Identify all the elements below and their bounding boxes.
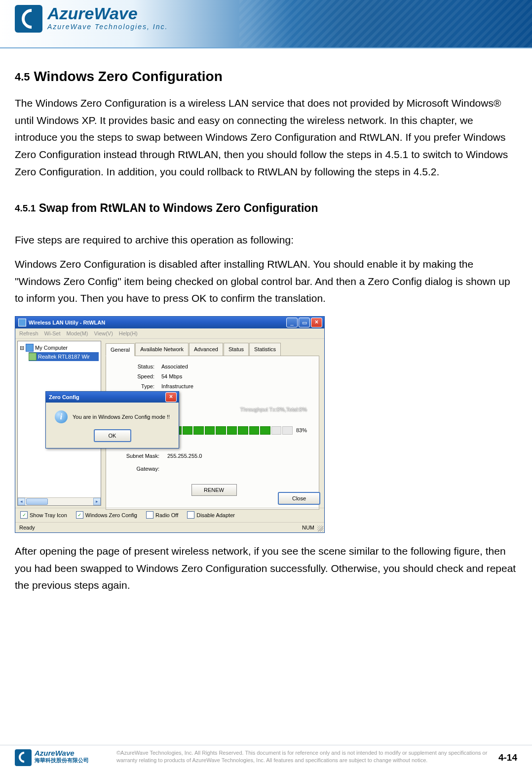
page-number: 4-14 (489, 752, 517, 763)
type-value: Infrastructure (161, 382, 193, 391)
window-title: Wireless LAN Uitily - RtWLAN (29, 318, 285, 327)
scroll-track[interactable] (25, 498, 93, 505)
speed-label: Speed: (115, 372, 154, 381)
checkbox-icon: ✓ (76, 511, 83, 519)
menu-help[interactable]: Help(H) (119, 329, 138, 338)
checkbox-icon (187, 511, 194, 519)
status-bar: Ready NUM (15, 522, 324, 532)
app-icon (18, 319, 26, 326)
close-button[interactable]: Close (278, 492, 320, 505)
zero-config-dialog: Zero Config × i You are in Windows Zero … (45, 391, 179, 448)
status-num: NUM (302, 523, 314, 532)
tree-scrollbar[interactable]: ◂ ▸ (18, 497, 101, 505)
tab-strip: General Available Network Advanced Statu… (106, 343, 319, 356)
subnet-value: 255.255.255.0 (167, 451, 202, 460)
tree-root-label: My Computer (35, 343, 68, 352)
global-control-bar: ✓Show Tray Icon ✓Windows Zero Config Rad… (15, 508, 324, 522)
speed-value: 54 Mbps (161, 372, 182, 381)
computer-icon (26, 344, 34, 352)
subsection-title-text: Swap from RtWLAN to Windows Zero Configu… (39, 202, 318, 214)
status-value: Associated (161, 362, 188, 371)
section-heading: 4.5 Windows Zero Configuration (15, 65, 517, 88)
status-label: Status: (115, 362, 154, 371)
scroll-thumb[interactable] (26, 498, 48, 505)
subsection-p3: After opening the page of present wirele… (15, 543, 517, 594)
ok-button[interactable]: OK (94, 429, 131, 442)
tab-statistics[interactable]: Statistics (249, 343, 281, 356)
tab-advanced[interactable]: Advanced (189, 343, 223, 356)
link-quality-value: 83% (296, 426, 307, 435)
tab-available[interactable]: Available Network (135, 343, 189, 356)
header-logo: AzureWave AzureWave Technologies, Inc. (15, 5, 168, 33)
zero-config-label: Windows Zero Config (85, 511, 137, 520)
type-label: Type: (115, 382, 154, 391)
menubar: Refresh Wi-Set Mode(M) View(V) Help(H) (15, 328, 324, 339)
tree-item-row[interactable]: Realtek RTL8187 Wir (29, 352, 99, 361)
link-quality-bar (160, 426, 293, 434)
logo-icon (15, 5, 42, 33)
menu-refresh[interactable]: Refresh (19, 329, 38, 338)
checkbox-icon: ✓ (20, 511, 28, 519)
radio-off-checkbox[interactable]: Radio Off (146, 511, 178, 520)
tree-item-label: Realtek RTL8187 Wir (38, 352, 90, 361)
subsection-number: 4.5.1 (15, 203, 36, 213)
minimize-button[interactable]: _ (286, 318, 298, 327)
status-ready: Ready (19, 523, 35, 532)
subsection-heading: 4.5.1 Swap from RtWLAN to Windows Zero C… (15, 199, 517, 218)
scroll-left-button[interactable]: ◂ (18, 498, 25, 505)
page-footer: AzureWave 海華科技股份有限公司 ©AzureWave Technolo… (0, 745, 532, 766)
footer-logo-icon (15, 749, 32, 766)
adapter-icon (29, 353, 37, 361)
dialog-close-button[interactable]: × (165, 392, 177, 402)
footer-logo: AzureWave 海華科技股份有限公司 (15, 749, 114, 766)
section-intro: The Windows Zero Configuration is a wire… (15, 95, 517, 180)
footer-logo-main: AzureWave (35, 749, 89, 757)
dialog-message: You are in Windows Zero Config mode !! (73, 412, 170, 421)
titlebar[interactable]: Wireless LAN Uitily - RtWLAN _ ▭ × (15, 317, 324, 328)
disable-adapter-label: Disable Adapter (196, 511, 235, 520)
subsection-p2: Windows Zero Configuration is disabled a… (15, 256, 517, 307)
checkbox-icon (146, 511, 153, 519)
menu-view[interactable]: View(V) (94, 329, 113, 338)
show-tray-label: Show Tray Icon (30, 511, 67, 520)
header-decor (239, 0, 532, 47)
renew-button[interactable]: RENEW (191, 484, 237, 496)
info-icon: i (55, 410, 68, 423)
logo-sub-text: AzureWave Technologies, Inc. (47, 23, 168, 31)
zero-config-checkbox[interactable]: ✓Windows Zero Config (76, 511, 137, 520)
menu-mode[interactable]: Mode(M) (67, 329, 88, 338)
disable-adapter-checkbox[interactable]: Disable Adapter (187, 511, 235, 520)
logo-main-text: AzureWave (47, 5, 168, 22)
show-tray-checkbox[interactable]: ✓Show Tray Icon (20, 511, 67, 520)
maximize-button[interactable]: ▭ (299, 318, 310, 327)
header-banner: AzureWave AzureWave Technologies, Inc. (0, 0, 532, 48)
tab-status[interactable]: Status (224, 343, 249, 356)
dialog-title: Zero Config (49, 393, 164, 402)
radio-off-label: Radio Off (155, 511, 178, 520)
dialog-titlebar[interactable]: Zero Config × (46, 392, 179, 403)
section-number: 4.5 (15, 71, 30, 83)
close-window-button[interactable]: × (311, 318, 322, 327)
tree-root-row[interactable]: ⊟ My Computer (20, 343, 99, 352)
subnet-label: Subnet Mask: (115, 451, 159, 460)
tab-general[interactable]: General (106, 343, 135, 356)
rtwlan-window: Wireless LAN Uitily - RtWLAN _ ▭ × Refre… (15, 316, 325, 533)
footer-copyright: ©AzureWave Technologies, Inc. All Rights… (114, 749, 489, 764)
section-title-text: Windows Zero Configuration (34, 69, 222, 84)
menu-wiset[interactable]: Wi-Set (44, 329, 61, 338)
scroll-right-button[interactable]: ▸ (93, 498, 101, 505)
footer-logo-sub: 海華科技股份有限公司 (35, 757, 89, 764)
subsection-p1: Five steps are required to archive this … (15, 232, 517, 249)
gateway-label: Gateway: (115, 464, 159, 473)
resize-grip-icon[interactable] (317, 526, 323, 531)
